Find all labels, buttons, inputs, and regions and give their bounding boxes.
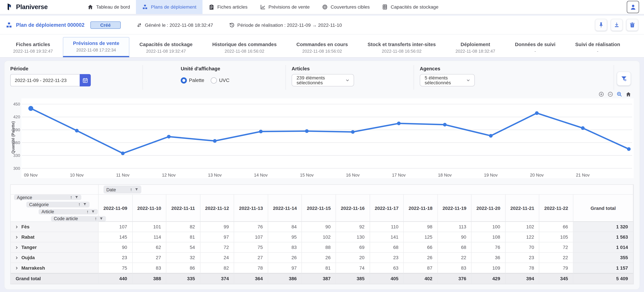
calendar-button[interactable] [80,74,91,86]
table-row-label-tanger[interactable]: Tanger [11,242,98,253]
tab-label: Stock et transferts inter-sites [368,42,436,47]
tab-deploiement[interactable]: Déploiement2022-11-08 18:32:47 [446,39,505,57]
nav-item-label: Couvertures cibles [330,5,370,10]
expand-row-icon[interactable] [15,256,18,259]
cell-oujda-2022-11-18: 26 [404,253,438,263]
cell-tanger-2022-11-16: 69 [336,242,370,253]
chart-point-2022-11-12[interactable] [167,135,171,138]
nav-item-capacites-de-stockage[interactable]: Capacités de stockage [376,0,444,14]
svg-text:300: 300 [13,166,20,171]
plan-header: Plan de déploiement 000002 Créé Généré l… [0,16,644,35]
chart-point-2022-11-21[interactable] [581,126,585,130]
chart-point-2022-11-14[interactable] [259,130,263,133]
chart-point-2022-11-11[interactable] [121,152,125,155]
chart-reset-button[interactable] [626,91,631,97]
grand-total-2022-11-16: 385 [336,273,370,284]
tab-fiches-articles[interactable]: Fiches articles2022-11-08 19:32:47 [3,39,63,57]
hierarchy-pill-article[interactable]: Article↑ [39,209,98,214]
cell-marrakesh-2022-11-17: 63 [370,263,404,273]
user-icon [630,4,636,11]
chart-zoom-out-button[interactable] [608,91,613,97]
filter-clear-button[interactable] [617,72,631,85]
nav-items: Tableau de bordPlans de déploiementFiche… [81,0,627,14]
chart-point-2022-11-10[interactable] [75,129,78,133]
svg-text:12 Nov: 12 Nov [162,173,176,177]
unit-radio-uvc[interactable]: UVC [211,77,230,83]
cell-fes-2022-11-10: 101 [132,222,166,232]
tab-stock-et-transferts-inter-sites[interactable]: Stock et transferts inter-sites2022-11-0… [358,39,446,57]
tab-suivi-de-realisation[interactable]: Suivi de réalisation- [566,39,630,57]
expand-row-icon[interactable] [15,246,18,249]
filter-bar: Période Unité d'affichage PaletteUVC Art… [10,65,634,90]
cell-tanger-2022-11-21: 70 [506,242,540,253]
filter-funnel-icon[interactable] [83,203,87,206]
expand-row-icon[interactable] [15,235,18,239]
chart-point-2022-11-15[interactable] [305,129,309,133]
nav-item-couvertures-cibles[interactable]: Couvertures cibles [316,0,376,14]
cell-fes-2022-11-15: 90 [302,222,336,232]
sort-ascending-icon[interactable]: ↑ [95,216,97,221]
chart-point-2022-11-16[interactable] [351,130,355,134]
unit-radio-palette[interactable]: Palette [181,77,204,83]
expand-row-icon[interactable] [15,225,18,229]
nav-item-tableau-de-bord[interactable]: Tableau de bord [81,0,136,14]
cell-oujda-2022-11-20: 36 [472,253,506,263]
articles-select[interactable]: 239 éléments sélectionnés [292,74,354,86]
sort-ascending-icon[interactable]: ↑ [86,209,89,214]
chart-point-2022-11-09[interactable] [28,106,33,111]
table-row-label-oujda[interactable]: Oujda [11,253,98,263]
table-row-label-rabat[interactable]: Rabat [11,232,98,242]
filter-funnel-icon[interactable] [75,196,78,199]
nav-item-fiches-articles[interactable]: Fiches articles [202,0,254,14]
download-button[interactable] [611,19,623,31]
cell-rabat-2022-11-21: 122 [506,232,540,242]
tab-capacites-de-stockage[interactable]: Capacités de stockage2022-11-08 19:32:47 [130,39,202,57]
hierarchy-pill-categorie[interactable]: Catégorie↑ [26,202,90,207]
agency-name: Marrakesh [21,265,45,270]
sort-ascending-icon[interactable]: ↑ [70,195,72,200]
nav-item-previsions-de-vente[interactable]: Prévisions de vente [254,0,316,14]
pin-button[interactable] [595,19,607,31]
chart-point-2022-11-20[interactable] [535,111,539,115]
cell-oujda-2022-11-11: 32 [166,253,200,263]
filter-funnel-icon[interactable] [91,210,95,213]
chart-point-2022-11-17[interactable] [397,121,401,125]
date-dimension-pill[interactable]: Date↑ [104,186,141,193]
forecast-card: Période Unité d'affichage PaletteUVC Art… [4,60,640,290]
sort-ascending-icon[interactable]: ↑ [130,187,132,192]
cell-rabat-2022-11-12: 97 [200,232,234,242]
sales-forecast-chart[interactable]: 450420390360330300Quantité (Palette)09 N… [10,98,634,182]
filter-funnel-icon[interactable] [100,217,103,220]
period-range-input[interactable] [10,74,80,86]
chart-zoom-selection-button[interactable] [616,91,622,97]
tab-commandes-en-cours[interactable]: Commandes en cours2022-11-08 16:56:02 [286,39,358,57]
hierarchy-pill-code-article[interactable]: Code article↑ [51,216,106,221]
chart-point-2022-11-19[interactable] [489,134,493,138]
cell-tanger-2022-11-10: 62 [132,242,166,253]
agencies-select[interactable]: 5 éléments sélectionnés [420,74,475,86]
delete-button[interactable] [626,19,638,31]
chart-point-2022-11-18[interactable] [443,123,447,126]
grand-total-2022-11-15: 387 [302,273,336,284]
brand-logo[interactable]: Planiverse [0,3,69,11]
tab-historique-des-commandes[interactable]: Historique des commandes2022-11-08 16:56… [202,39,286,57]
expand-row-icon[interactable] [15,266,18,270]
filter-funnel-icon[interactable] [135,188,138,191]
tab-previsions-de-vente[interactable]: Prévisions de vente2022-11-08 17:22:34 [63,37,130,57]
table-row-label-fes[interactable]: Fès [11,222,98,232]
sort-ascending-icon[interactable]: ↑ [78,202,80,207]
table-row-label-marrakesh[interactable]: Marrakesh [11,263,98,273]
clipboard-icon [208,4,214,10]
deployment-plan-icon [6,22,12,28]
chart-zoom-in-button[interactable] [598,91,604,97]
chart-point-2022-11-13[interactable] [213,139,217,143]
hierarchy-pill-agence[interactable]: Agence↑ [14,195,81,200]
cell-rabat-2022-11-19: 90 [438,232,472,242]
cell-rabat-2022-11-09: 145 [98,232,132,242]
chart-point-2022-11-22[interactable] [627,147,631,151]
period-label: Période [10,66,142,72]
svg-text:11 Nov: 11 Nov [116,173,130,177]
nav-item-plans-de-deploiement[interactable]: Plans de déploiement [136,0,202,14]
tab-donnees-de-suivi[interactable]: Données de suivi- [505,39,566,57]
user-menu-button[interactable] [627,1,639,13]
